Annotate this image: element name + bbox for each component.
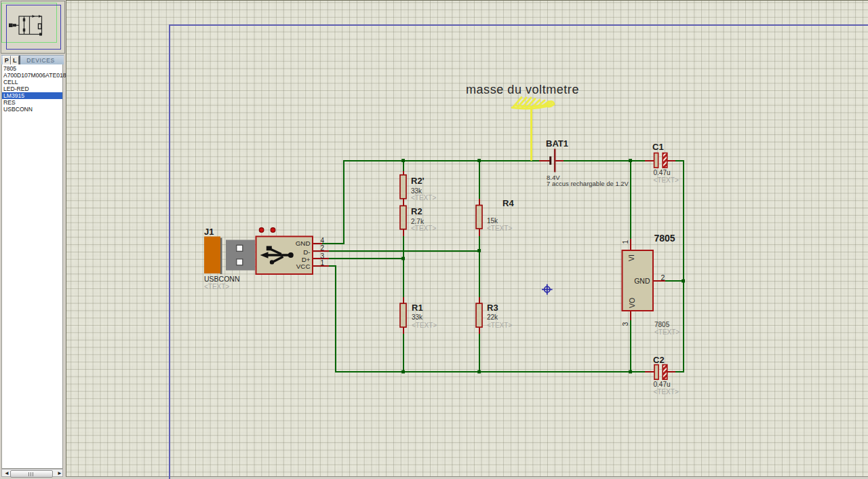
svg-text:7 accus rechargable de 1.2V: 7 accus rechargable de 1.2V <box>547 180 629 187</box>
svg-text:3: 3 <box>621 322 629 326</box>
svg-text:R4: R4 <box>502 198 514 208</box>
svg-text:R2: R2 <box>411 206 422 216</box>
svg-text:15k: 15k <box>487 217 498 225</box>
svg-text:<TEXT>: <TEXT> <box>654 176 679 184</box>
svg-text:R1: R1 <box>412 303 423 313</box>
svg-text:<TEXT>: <TEXT> <box>411 194 436 202</box>
svg-text:7805: 7805 <box>654 233 675 244</box>
svg-text:<TEXT>: <TEXT> <box>411 225 436 232</box>
svg-text:VCC: VCC <box>296 263 311 270</box>
svg-text:USBCONN: USBCONN <box>204 275 240 283</box>
svg-text:J1: J1 <box>204 227 214 237</box>
svg-text:<TEXT>: <TEXT> <box>654 328 679 336</box>
svg-text:1: 1 <box>621 240 629 244</box>
svg-text:D-: D- <box>303 248 310 256</box>
svg-text:1: 1 <box>321 259 325 267</box>
svg-text:BAT1: BAT1 <box>546 138 568 149</box>
svg-text:<TEXT>: <TEXT> <box>487 322 512 329</box>
svg-text:C1: C1 <box>652 142 664 152</box>
svg-text:4: 4 <box>321 237 325 244</box>
svg-text:GND: GND <box>634 277 650 285</box>
svg-text:3: 3 <box>321 252 325 260</box>
svg-text:<TEXT>: <TEXT> <box>204 283 229 290</box>
svg-text:<TEXT>: <TEXT> <box>412 322 437 329</box>
svg-text:R2': R2' <box>411 176 425 186</box>
svg-text:VI: VI <box>627 254 635 261</box>
svg-text:22k: 22k <box>487 313 498 321</box>
svg-text:C2: C2 <box>653 355 665 365</box>
svg-text:7805: 7805 <box>654 321 670 328</box>
svg-text:VO: VO <box>628 298 636 308</box>
svg-text:2: 2 <box>321 244 325 252</box>
svg-text:0.47u: 0.47u <box>654 381 671 388</box>
svg-text:R3: R3 <box>487 303 498 313</box>
svg-text:33k: 33k <box>412 313 423 321</box>
svg-text:masse du voltmetre: masse du voltmetre <box>466 83 579 96</box>
svg-text:<TEXT>: <TEXT> <box>487 225 512 232</box>
svg-text:GND: GND <box>296 240 311 247</box>
svg-text:2: 2 <box>661 273 665 282</box>
svg-text:0.47u: 0.47u <box>654 169 671 176</box>
svg-text:<TEXT>: <TEXT> <box>654 388 679 396</box>
